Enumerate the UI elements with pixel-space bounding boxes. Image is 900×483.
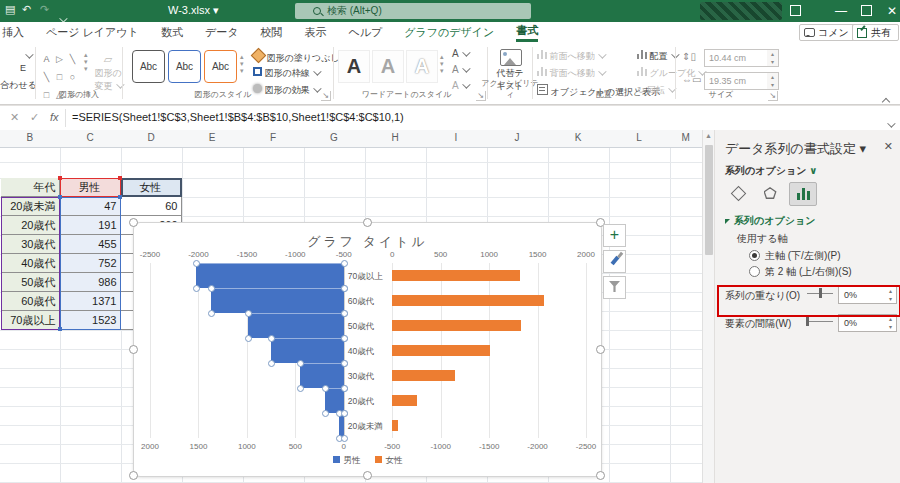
bar-female-3[interactable] [392, 320, 521, 331]
dialog-launcher-icon[interactable]: ↘ [768, 91, 778, 101]
bar-female-4[interactable] [392, 345, 490, 356]
bar-male-6[interactable] [325, 388, 344, 413]
bar-male-2[interactable] [211, 288, 344, 313]
column-header-I[interactable]: I [436, 132, 476, 143]
redo-icon[interactable]: ↷ [40, 3, 49, 16]
cell-age[interactable]: 50歳代 [1, 273, 60, 292]
chart-filters-button[interactable] [603, 276, 626, 299]
vertical-scrollbar[interactable]: ▲ [702, 130, 714, 483]
insert-function-icon[interactable]: fx [50, 111, 59, 123]
search-input[interactable]: 検索 (Alt+Q) [295, 3, 531, 19]
text-outline-button[interactable]: A [452, 64, 468, 75]
minimize-button[interactable]: — [835, 4, 847, 18]
ribbon-display-options-icon[interactable] [790, 5, 801, 19]
width-spinner[interactable]: ▴▾ [767, 72, 779, 90]
maximize-button[interactable] [861, 5, 872, 19]
tab-3[interactable]: 数式 [161, 25, 183, 40]
column-header-G[interactable]: G [314, 132, 354, 143]
align-button[interactable]: 配置 [637, 50, 677, 63]
share-button[interactable]: 共有 [852, 24, 899, 41]
column-header-J[interactable]: J [497, 132, 537, 143]
send-backward-button[interactable]: 背面へ移動 [537, 67, 604, 80]
bar-female-2[interactable] [392, 295, 544, 306]
bar-female-1[interactable] [392, 270, 520, 281]
column-header-H[interactable]: H [375, 132, 415, 143]
fill-line-tab[interactable] [725, 182, 751, 204]
undo-icon[interactable]: ↶ [22, 3, 31, 16]
wordart-preset-2[interactable]: A [372, 50, 404, 83]
cell-male[interactable]: 1371 [60, 292, 121, 311]
cell-male[interactable]: 191 [60, 216, 121, 235]
chart[interactable]: グラフ タイトル -25002000-20001500-15001000-100… [133, 222, 602, 477]
bring-forward-button[interactable]: 前面へ移動 [537, 50, 604, 63]
dialog-launcher-icon[interactable]: ↘ [321, 91, 331, 101]
enter-icon[interactable]: ✓ [30, 111, 39, 124]
column-header-C[interactable]: C [70, 132, 110, 143]
series-options-tab[interactable] [789, 182, 817, 206]
column-header-E[interactable]: E [192, 132, 232, 143]
shape-style-preset-1[interactable]: Abc [132, 50, 165, 83]
change-shape-button[interactable]: ▱ 図形の 変更 [94, 49, 122, 93]
column-header-F[interactable]: F [253, 132, 293, 143]
scroll-up-icon[interactable]: ▲ [705, 132, 712, 139]
wordart-preset-3[interactable]: A [406, 50, 438, 83]
cancel-icon[interactable]: ✕ [10, 111, 19, 124]
column-header-B[interactable]: B [10, 132, 50, 143]
wordart-scroll[interactable]: ▴▾▾ [440, 53, 444, 74]
header-cell-age[interactable]: 年代 [1, 178, 60, 197]
gap-spinner[interactable]: ▴▾ [885, 314, 897, 332]
height-spinner[interactable]: ▴▾ [767, 49, 779, 67]
column-header-D[interactable]: D [131, 132, 171, 143]
bar-female-6[interactable] [392, 395, 417, 406]
legend-item[interactable]: 女性 [375, 455, 403, 467]
cell-age[interactable]: 70歳以上 [1, 311, 60, 330]
cell-male[interactable]: 752 [60, 254, 121, 273]
wordart-preset-1[interactable]: A [338, 50, 370, 83]
gap-slider[interactable] [807, 321, 833, 322]
shape-style-preset-2[interactable]: Abc [168, 50, 201, 83]
bar-male-1[interactable] [196, 263, 344, 288]
tab-8[interactable]: グラフのデザイン [404, 25, 494, 40]
bar-female-7[interactable] [392, 420, 398, 431]
tab-1[interactable]: 挿入 [2, 25, 24, 40]
dropdown-chevron-icon[interactable] [25, 50, 33, 58]
series-options-header[interactable]: 系列のオプション [725, 214, 815, 228]
chart-elements-button[interactable]: + [603, 224, 626, 247]
column-headers[interactable]: BCDEFGHIJKLM [0, 130, 702, 148]
cell-age[interactable]: 20歳未満 [1, 197, 60, 216]
column-header-L[interactable]: L [619, 132, 659, 143]
pane-section-label[interactable]: 系列のオプション ∨ [725, 164, 817, 178]
tab-4[interactable]: データ [205, 25, 239, 40]
cell-female[interactable]: 60 [121, 197, 182, 216]
scrollbar-thumb[interactable] [705, 145, 713, 255]
shape-width-input[interactable]: 19.35 cm [704, 72, 772, 90]
bar-male-5[interactable] [300, 363, 344, 388]
chart-legend[interactable]: 男性女性 [134, 455, 601, 467]
tab-6[interactable]: 表示 [304, 25, 326, 40]
gap-value-input[interactable]: 0% [838, 314, 891, 332]
legend-item[interactable]: 男性 [333, 455, 361, 467]
cell-age[interactable]: 30歳代 [1, 235, 60, 254]
shape-styles-scroll[interactable]: ▴▾▾ [240, 53, 244, 74]
tab-2[interactable]: ページ レイアウト [46, 25, 139, 40]
tab-9[interactable]: 書式 [516, 23, 538, 42]
save-icon[interactable]: ▤ [5, 3, 15, 16]
header-cell-female[interactable]: 女性 [121, 178, 182, 197]
column-header-M[interactable]: M [666, 132, 706, 143]
cell-male[interactable]: 455 [60, 235, 121, 254]
formula-input[interactable]: =SERIES(Sheet1!$C$3,Sheet1!$B$4:$B$10,Sh… [72, 111, 404, 123]
tab-7[interactable]: ヘルプ [348, 25, 382, 40]
cell-male[interactable]: 47 [60, 197, 121, 216]
close-button[interactable]: ✕ [887, 4, 897, 18]
tab-5[interactable]: 校閲 [260, 25, 282, 40]
pane-close-icon[interactable]: ✕ [884, 140, 893, 153]
shape-style-preset-3[interactable]: Abc [204, 50, 237, 83]
cell-male[interactable]: 986 [60, 273, 121, 292]
cell-age[interactable]: 20歳代 [1, 216, 60, 235]
column-header-K[interactable]: K [558, 132, 598, 143]
cell-age[interactable]: 40歳代 [1, 254, 60, 273]
effects-tab[interactable] [757, 182, 783, 204]
shape-gallery-scroll[interactable]: ▴▾▾ [84, 51, 88, 72]
shape-outline-button[interactable]: 図形の枠線 [253, 67, 319, 80]
bar-male-4[interactable] [271, 338, 344, 363]
